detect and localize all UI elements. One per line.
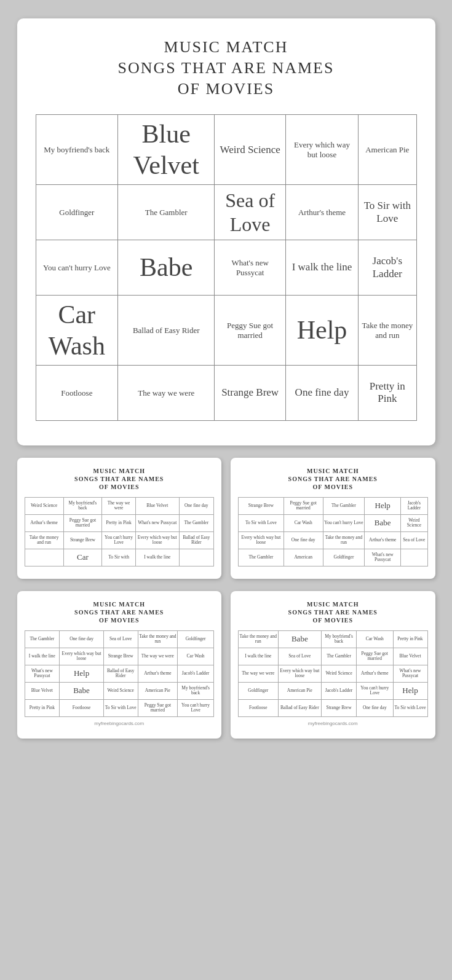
main-cell-2-0: You can't hurry Love xyxy=(36,240,118,296)
main-cell-1-2: Sea of Love xyxy=(215,185,286,240)
small-3-cell-2-4: Jacob's Ladder xyxy=(178,665,214,682)
small-4-cell-1-2: The Gambler xyxy=(322,648,357,665)
small-4-cell-3-4: Help xyxy=(393,682,427,699)
small-2-cell-1-4: Weird Science xyxy=(401,514,427,531)
small-1-cell-1-0: Arthur's theme xyxy=(25,514,63,531)
small-1-cell-1-4: The Gambler xyxy=(179,514,213,531)
main-card: MUSIC MATCHSONGS THAT ARE NAMESOF MOVIES… xyxy=(17,18,435,445)
small-1-cell-3-2: To Sir with xyxy=(102,549,136,566)
main-cell-0-3: Every which way but loose xyxy=(285,115,358,185)
main-cell-4-4: Pretty in Pink xyxy=(359,365,416,420)
main-cell-3-3: Help xyxy=(285,296,358,366)
main-title: MUSIC MATCHSONGS THAT ARE NAMESOF MOVIES xyxy=(36,37,417,99)
small-2-cell-1-3: Babe xyxy=(365,514,401,531)
small-2-cell-1-0: To Sir with Love xyxy=(239,514,284,531)
small-3-cell-0-4: Goldfinger xyxy=(178,630,214,648)
small-1-cell-3-4 xyxy=(179,549,213,566)
small-1-cell-2-0: Take the money and run xyxy=(25,531,63,549)
small-3-cell-3-3: American Pie xyxy=(138,682,178,699)
small-card-1: MUSIC MATCHSONGS THAT ARE NAMESOF MOVIES… xyxy=(17,458,222,579)
small-4-cell-1-0: I walk the line xyxy=(239,648,279,665)
watermark-4: myfreebingocards.com xyxy=(238,721,428,726)
small-3-cell-4-2: To Sir with Love xyxy=(103,699,138,716)
small-2-cell-0-2: The Gambler xyxy=(323,497,365,514)
main-cell-0-0: My boyfriend's back xyxy=(36,115,118,185)
small-1-cell-1-2: Pretty in Pink xyxy=(102,514,136,531)
main-cell-0-1: Blue Velvet xyxy=(118,115,215,185)
main-cell-3-0: Car Wash xyxy=(36,296,118,366)
small-3-cell-1-2: Strange Brew xyxy=(103,648,138,665)
main-cell-2-3: I walk the line xyxy=(285,240,358,296)
small-3-cell-4-3: Peggy Sue got married xyxy=(138,699,178,716)
small-2-cell-0-3: Help xyxy=(365,497,401,514)
small-1-cell-2-3: Every which way but loose xyxy=(135,531,179,549)
small-cards-row-1: MUSIC MATCHSONGS THAT ARE NAMESOF MOVIES… xyxy=(17,458,435,579)
main-cell-4-1: The way we were xyxy=(118,365,215,420)
small-2-cell-3-0: The Gambler xyxy=(239,549,284,566)
small-3-cell-4-1: Footloose xyxy=(60,699,104,716)
small-4-cell-2-3: Arthur's theme xyxy=(357,665,393,682)
small-1-cell-0-1: My boyfriend's back xyxy=(63,497,102,514)
small-4-cell-3-3: You can't hurry Love xyxy=(357,682,393,699)
small-4-cell-3-0: Goldfinger xyxy=(239,682,279,699)
small-3-cell-4-0: Pretty in Pink xyxy=(25,699,60,716)
main-cell-1-0: Goldfinger xyxy=(36,185,118,240)
small-4-cell-4-1: Ballad of Easy Rider xyxy=(278,699,321,716)
small-4-cell-0-4: Pretty in Pink xyxy=(393,630,427,648)
small-grid-3: The GamblerOne fine daySea of LoveTake t… xyxy=(25,630,215,717)
main-cell-0-4: American Pie xyxy=(359,115,416,185)
main-cell-1-4: To Sir with Love xyxy=(359,185,416,240)
small-4-cell-0-2: My boyfriend's back xyxy=(322,630,357,648)
small-1-cell-3-1: Car xyxy=(63,549,102,566)
small-1-cell-3-3: I walk the line xyxy=(135,549,179,566)
small-3-cell-0-0: The Gambler xyxy=(25,630,60,648)
small-4-cell-4-0: Footloose xyxy=(239,699,279,716)
main-cell-3-4: Take the money and run xyxy=(359,296,416,366)
small-3-cell-1-0: I walk the line xyxy=(25,648,60,665)
small-2-cell-0-1: Peggy Sue got married xyxy=(283,497,323,514)
main-cell-1-3: Arthur's theme xyxy=(285,185,358,240)
small-3-cell-2-3: Arthur's theme xyxy=(138,665,178,682)
small-1-cell-0-3: Blue Velvet xyxy=(135,497,179,514)
small-2-cell-3-1: American xyxy=(283,549,323,566)
small-4-cell-2-0: The way we were xyxy=(239,665,279,682)
small-2-cell-2-2: Take the money and run xyxy=(323,531,365,549)
small-1-cell-1-3: What's new Pussycat xyxy=(135,514,179,531)
small-3-cell-2-2: Ballad of Easy Rider xyxy=(103,665,138,682)
small-card-1-title: MUSIC MATCHSONGS THAT ARE NAMESOF MOVIES xyxy=(25,467,215,491)
small-2-cell-0-4: Jacob's Ladder xyxy=(401,497,427,514)
small-cards-row-2: MUSIC MATCHSONGS THAT ARE NAMESOF MOVIES… xyxy=(17,591,435,739)
main-cell-0-2: Weird Science xyxy=(215,115,286,185)
small-3-cell-0-3: Take the money and run xyxy=(138,630,178,648)
small-1-cell-3-0 xyxy=(25,549,63,566)
small-3-cell-2-1: Help xyxy=(60,665,104,682)
small-4-cell-1-3: Peggy Sue got married xyxy=(357,648,393,665)
small-4-cell-4-3: One fine day xyxy=(357,699,393,716)
small-grid-2: Strange BrewPeggy Sue got marriedThe Gam… xyxy=(238,497,428,566)
small-4-cell-4-2: Strange Brew xyxy=(322,699,357,716)
small-4-cell-0-1: Babe xyxy=(278,630,321,648)
small-3-cell-1-1: Every which way but loose xyxy=(60,648,104,665)
small-3-cell-4-4: You can't hurry Love xyxy=(178,699,214,716)
small-card-4: MUSIC MATCHSONGS THAT ARE NAMESOF MOVIES… xyxy=(231,591,435,739)
small-4-cell-4-4: To Sir with Love xyxy=(393,699,427,716)
small-4-cell-2-4: What's new Pussycat xyxy=(393,665,427,682)
small-4-cell-3-1: American Pie xyxy=(278,682,321,699)
small-1-cell-2-1: Strange Brew xyxy=(63,531,102,549)
small-3-cell-1-3: The way we were xyxy=(138,648,178,665)
small-card-2: MUSIC MATCHSONGS THAT ARE NAMESOF MOVIES… xyxy=(231,458,435,579)
small-card-4-title: MUSIC MATCHSONGS THAT ARE NAMESOF MOVIES xyxy=(238,600,428,624)
small-4-cell-2-2: Weird Science xyxy=(322,665,357,682)
small-grid-1: Weird ScienceMy boyfriend's backThe way … xyxy=(25,497,215,566)
main-cell-2-4: Jacob's Ladder xyxy=(359,240,416,296)
small-4-cell-0-3: Car Wash xyxy=(357,630,393,648)
small-3-cell-3-4: My boyfriend's back xyxy=(178,682,214,699)
small-4-cell-3-2: Jacob's Ladder xyxy=(322,682,357,699)
small-4-cell-1-4: Blue Velvet xyxy=(393,648,427,665)
small-card-3-title: MUSIC MATCHSONGS THAT ARE NAMESOF MOVIES xyxy=(25,600,215,624)
main-cell-4-0: Footloose xyxy=(36,365,118,420)
small-3-cell-3-0: Blue Velvet xyxy=(25,682,60,699)
main-grid: My boyfriend's backBlue VelvetWeird Scie… xyxy=(36,114,417,421)
small-1-cell-2-2: You can't hurry Love xyxy=(102,531,136,549)
small-1-cell-0-2: The way we were xyxy=(102,497,136,514)
